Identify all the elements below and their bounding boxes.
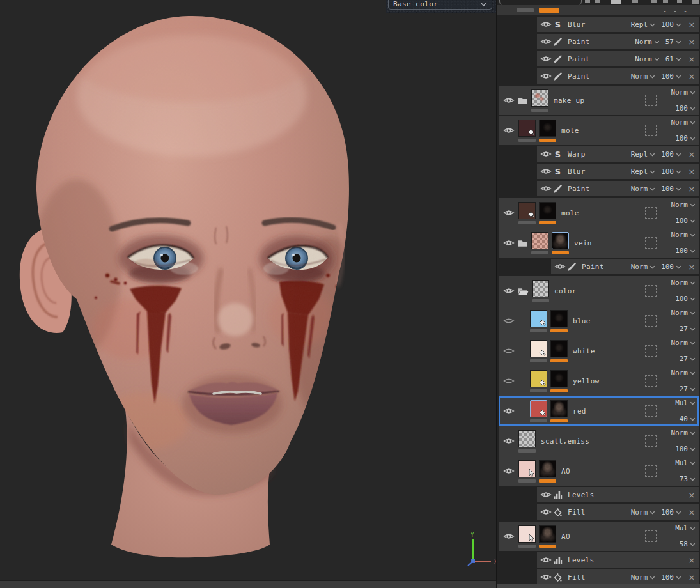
visibility-toggle-eye-icon[interactable] xyxy=(540,508,552,516)
opacity-dropdown[interactable]: 27 xyxy=(661,325,696,333)
toolbar-fragment-icon[interactable] xyxy=(677,0,682,3)
visibility-toggle-eye-icon[interactable] xyxy=(540,38,552,45)
blend-mode-dropdown[interactable]: Norm xyxy=(661,201,696,209)
visibility-toggle-eye-icon[interactable] xyxy=(540,55,552,63)
opacity-dropdown[interactable]: 100 xyxy=(661,72,681,81)
visibility-toggle-eye-icon[interactable] xyxy=(540,150,552,158)
mask-thumbnail[interactable] xyxy=(539,460,556,477)
layer-thumbnail[interactable] xyxy=(532,280,549,297)
layer-thumbnail[interactable] xyxy=(531,89,548,107)
blend-mode-dropdown[interactable]: Norm xyxy=(661,429,696,437)
mask-slot[interactable] xyxy=(645,465,657,477)
visibility-toggle-eye-icon[interactable] xyxy=(502,377,515,385)
opacity-dropdown[interactable]: 58 xyxy=(661,540,696,548)
effect-row[interactable]: FillNorm100× xyxy=(537,504,699,520)
effect-row[interactable]: PaintNorm57× xyxy=(537,34,699,49)
opacity-dropdown[interactable]: 27 xyxy=(661,385,696,393)
visibility-toggle-eye-icon[interactable] xyxy=(502,467,515,475)
color-swatch-thumbnail[interactable] xyxy=(518,525,536,543)
blend-mode-dropdown[interactable]: Norm xyxy=(635,38,660,46)
layer-row[interactable]: whiteNorm27 xyxy=(499,336,699,366)
viewport-3d[interactable]: Base color Y X xyxy=(0,0,497,588)
mask-thumbnail[interactable] xyxy=(539,525,556,543)
opacity-dropdown[interactable]: 100 xyxy=(661,295,696,303)
visibility-toggle-eye-icon[interactable] xyxy=(540,20,552,28)
blend-mode-dropdown[interactable]: Norm xyxy=(631,573,656,582)
blend-mode-dropdown[interactable]: Repl xyxy=(631,167,656,176)
toolbar-fragment-icon[interactable] xyxy=(651,0,657,3)
opacity-dropdown[interactable]: 100 xyxy=(661,247,696,255)
layer-row[interactable]: moleNorm100 xyxy=(499,116,699,145)
blend-mode-dropdown[interactable]: Mul xyxy=(661,459,696,467)
layer-row[interactable]: AOMul58 xyxy=(499,522,699,551)
blend-mode-dropdown[interactable]: Norm xyxy=(661,309,696,317)
effect-row[interactable]: PaintNorm100× xyxy=(551,259,699,274)
opacity-dropdown[interactable]: 100 xyxy=(661,445,696,453)
blend-mode-dropdown[interactable]: Repl xyxy=(631,150,656,159)
blend-mode-dropdown[interactable]: Norm xyxy=(661,339,696,347)
delete-effect-button[interactable]: × xyxy=(688,262,696,272)
opacity-dropdown[interactable]: 57 xyxy=(665,38,681,46)
layer-row[interactable]: blueNorm27 xyxy=(499,306,699,336)
mask-slot[interactable] xyxy=(645,95,657,106)
effect-row[interactable]: SBlurRepl100× xyxy=(537,17,699,32)
mask-thumbnail[interactable] xyxy=(550,310,568,327)
mask-thumbnail[interactable] xyxy=(552,232,569,249)
mask-thumbnail[interactable] xyxy=(550,370,568,387)
color-swatch-thumbnail[interactable] xyxy=(530,370,547,387)
opacity-dropdown[interactable]: 100 xyxy=(661,217,696,225)
opacity-dropdown[interactable]: 40 xyxy=(661,415,696,423)
viewport-3d-model[interactable] xyxy=(0,0,497,588)
effect-row[interactable]: FillNorm100× xyxy=(537,569,699,585)
opacity-dropdown[interactable]: 100 xyxy=(661,263,681,271)
mask-thumbnail[interactable] xyxy=(539,202,556,219)
layer-row[interactable]: yellowNorm27 xyxy=(499,366,699,396)
mask-thumbnail[interactable] xyxy=(550,340,568,357)
mask-slot[interactable] xyxy=(645,285,657,297)
effect-row[interactable]: Levels× xyxy=(537,552,699,568)
mask-thumbnail[interactable] xyxy=(550,400,568,417)
blend-mode-dropdown[interactable]: Mul xyxy=(661,399,696,407)
color-swatch-thumbnail[interactable] xyxy=(530,310,547,327)
effect-row[interactable]: PaintNorm100× xyxy=(537,68,699,84)
opacity-dropdown[interactable]: 100 xyxy=(661,134,696,143)
opacity-dropdown[interactable]: 100 xyxy=(661,185,681,193)
layer-row[interactable]: scatt,emissNorm100 xyxy=(499,426,699,456)
delete-effect-button[interactable]: × xyxy=(688,167,696,176)
color-swatch-thumbnail[interactable] xyxy=(518,202,536,219)
blend-mode-dropdown[interactable]: Norm xyxy=(631,185,656,193)
visibility-toggle-eye-icon[interactable] xyxy=(540,72,552,80)
delete-effect-button[interactable]: × xyxy=(688,54,696,64)
visibility-toggle-eye-icon[interactable] xyxy=(502,287,515,295)
toolbar-fragment-icon[interactable] xyxy=(611,0,621,4)
mask-slot[interactable] xyxy=(645,237,657,249)
delete-effect-button[interactable]: × xyxy=(688,490,696,500)
color-swatch-thumbnail[interactable] xyxy=(518,120,536,137)
visibility-toggle-eye-icon[interactable] xyxy=(554,263,566,270)
opacity-dropdown[interactable]: 73 xyxy=(661,475,696,483)
blend-mode-dropdown[interactable]: Norm xyxy=(661,231,696,239)
opacity-dropdown[interactable]: 100 xyxy=(661,104,696,112)
delete-effect-button[interactable]: × xyxy=(688,37,696,47)
mask-slot[interactable] xyxy=(645,345,657,357)
blend-mode-dropdown[interactable]: Norm xyxy=(661,279,696,287)
visibility-toggle-eye-icon[interactable] xyxy=(502,317,515,325)
opacity-dropdown[interactable]: 100 xyxy=(661,167,681,176)
effect-row[interactable]: SBlurRepl100× xyxy=(537,164,699,179)
layer-thumbnail[interactable] xyxy=(518,430,536,447)
mask-slot[interactable] xyxy=(645,315,657,327)
blend-mode-dropdown[interactable]: Repl xyxy=(631,20,656,29)
blend-mode-dropdown[interactable]: Norm xyxy=(661,88,696,97)
delete-effect-button[interactable]: × xyxy=(688,507,696,517)
group-row[interactable]: make upNorm100 xyxy=(499,86,699,115)
delete-effect-button[interactable]: × xyxy=(688,150,696,159)
mask-slot[interactable] xyxy=(645,207,657,219)
blend-mode-dropdown[interactable]: Norm xyxy=(661,369,696,377)
visibility-toggle-eye-icon[interactable] xyxy=(502,127,515,134)
visibility-toggle-eye-icon[interactable] xyxy=(540,556,552,564)
opacity-dropdown[interactable]: 100 xyxy=(661,20,681,29)
blend-mode-dropdown[interactable]: Norm xyxy=(631,508,656,516)
layer-row[interactable]: moleNorm100 xyxy=(499,198,699,228)
mask-slot[interactable] xyxy=(645,405,657,417)
toolbar-fragment-icon[interactable] xyxy=(692,0,699,4)
